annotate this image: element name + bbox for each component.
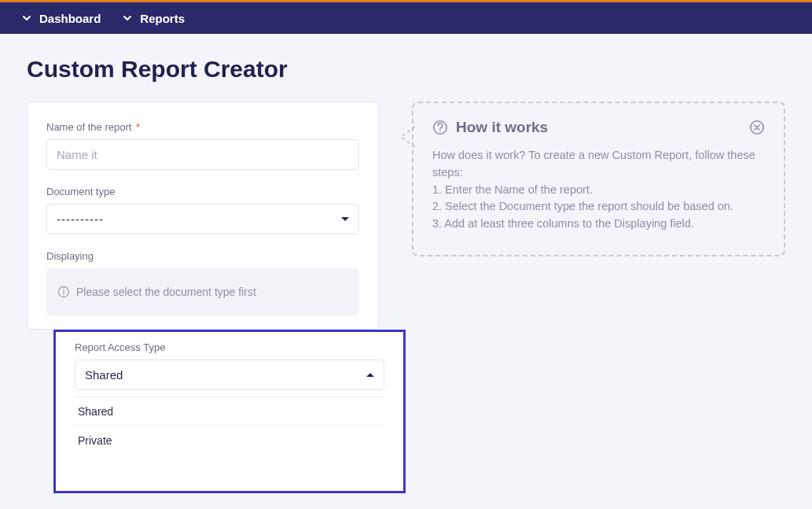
report-name-input[interactable] bbox=[46, 139, 359, 170]
nav-item-label: Dashboard bbox=[39, 12, 101, 25]
access-type-option-shared[interactable]: Shared bbox=[75, 397, 384, 426]
caret-down-icon bbox=[341, 217, 349, 221]
document-type-select[interactable]: ---------- bbox=[46, 204, 359, 234]
navbar: Dashboard Reports bbox=[0, 2, 812, 34]
access-type-select[interactable]: Shared bbox=[75, 360, 384, 390]
name-label: Name of the report * bbox=[46, 121, 359, 133]
svg-rect-2 bbox=[63, 291, 64, 295]
caret-up-icon bbox=[366, 373, 374, 377]
help-panel: How it works How does it work? To create… bbox=[412, 101, 785, 256]
report-form-card: Name of the report * Document type -----… bbox=[27, 101, 379, 330]
help-step-2: 2. Select the Document type the report s… bbox=[432, 198, 765, 216]
page-title: Custom Report Creator bbox=[27, 56, 785, 83]
name-label-text: Name of the report bbox=[46, 121, 131, 133]
help-arrow-icon bbox=[399, 125, 413, 147]
access-type-label: Report Access Type bbox=[75, 341, 384, 353]
access-type-value: Shared bbox=[85, 368, 123, 382]
required-asterisk: * bbox=[136, 121, 140, 133]
nav-item-dashboard[interactable]: Dashboard bbox=[22, 12, 101, 25]
document-type-label: Document type bbox=[46, 186, 359, 197]
displaying-hint-text: Please select the document type first bbox=[76, 286, 256, 298]
nav-item-label: Reports bbox=[140, 12, 185, 25]
info-icon bbox=[57, 286, 70, 298]
chevron-down-icon bbox=[22, 13, 31, 23]
nav-item-reports[interactable]: Reports bbox=[123, 12, 185, 25]
access-type-section-highlight: Report Access Type Shared Shared Private bbox=[53, 330, 406, 493]
access-type-dropdown: Shared Private bbox=[75, 397, 384, 455]
help-title: How it works bbox=[456, 119, 548, 136]
access-type-option-private[interactable]: Private bbox=[75, 426, 384, 455]
help-intro: How does it work? To create a new Custom… bbox=[432, 149, 755, 179]
displaying-empty-hint: Please select the document type first bbox=[46, 268, 359, 315]
displaying-label: Displaying bbox=[46, 250, 359, 262]
help-step-3: 3. Add at least three columns to the Dis… bbox=[432, 216, 765, 233]
document-type-value: ---------- bbox=[57, 212, 104, 226]
svg-point-1 bbox=[63, 289, 64, 290]
help-step-1: 1. Enter the Name of the report. bbox=[432, 182, 765, 199]
svg-point-4 bbox=[439, 131, 441, 132]
help-body: How does it work? To create a new Custom… bbox=[432, 147, 765, 233]
chevron-down-icon bbox=[123, 13, 132, 23]
close-icon[interactable] bbox=[749, 120, 765, 135]
question-icon bbox=[432, 120, 448, 135]
